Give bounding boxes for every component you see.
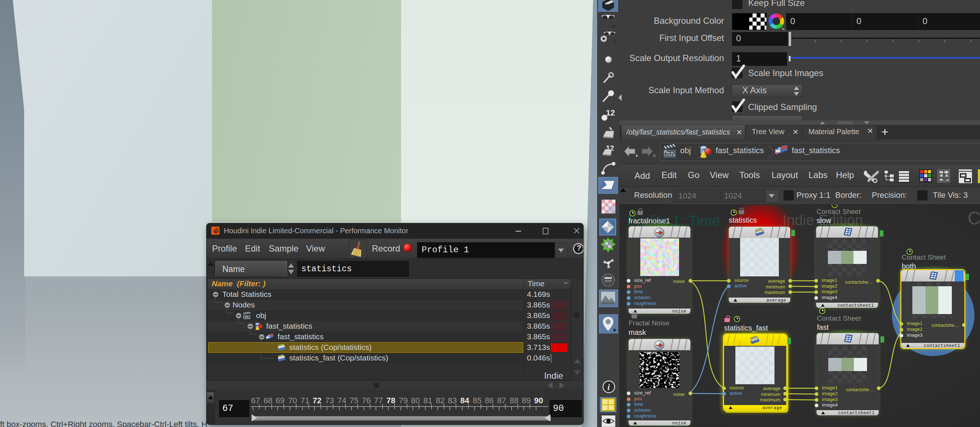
svg-text:12: 12 [606,108,615,117]
svg-text:i: i [608,383,610,392]
